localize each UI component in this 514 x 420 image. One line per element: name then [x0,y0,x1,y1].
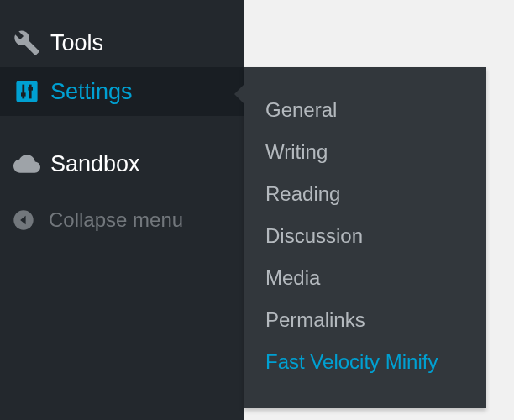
submenu-item-fast-velocity-minify[interactable]: Fast Velocity Minify [244,341,486,383]
sidebar-item-sandbox[interactable]: Sandbox [0,139,244,188]
sidebar-item-tools[interactable]: Tools [0,18,244,67]
cloud-icon [12,149,42,179]
submenu-item-media[interactable]: Media [244,257,486,299]
admin-sidebar: Tools Settings Sandbox Collapse menu [0,0,244,420]
settings-submenu: General Writing Reading Discussion Media… [244,67,486,408]
svg-rect-4 [28,87,33,90]
svg-rect-3 [21,92,26,96]
collapse-menu-button[interactable]: Collapse menu [0,208,244,232]
submenu-item-discussion[interactable]: Discussion [244,215,486,257]
submenu-item-general[interactable]: General [244,89,486,131]
submenu-item-writing[interactable]: Writing [244,131,486,173]
wrench-icon [12,28,42,58]
collapse-menu-label: Collapse menu [49,208,183,232]
svg-rect-0 [16,81,37,102]
submenu-item-permalinks[interactable]: Permalinks [244,299,486,341]
sidebar-item-label: Settings [50,79,133,105]
sliders-icon [12,76,42,107]
sidebar-item-settings[interactable]: Settings [0,67,244,116]
collapse-arrow-icon [12,208,35,232]
sidebar-item-label: Tools [50,30,103,56]
submenu-item-reading[interactable]: Reading [244,173,486,215]
sidebar-spacer [0,116,244,139]
sidebar-item-label: Sandbox [50,151,140,177]
